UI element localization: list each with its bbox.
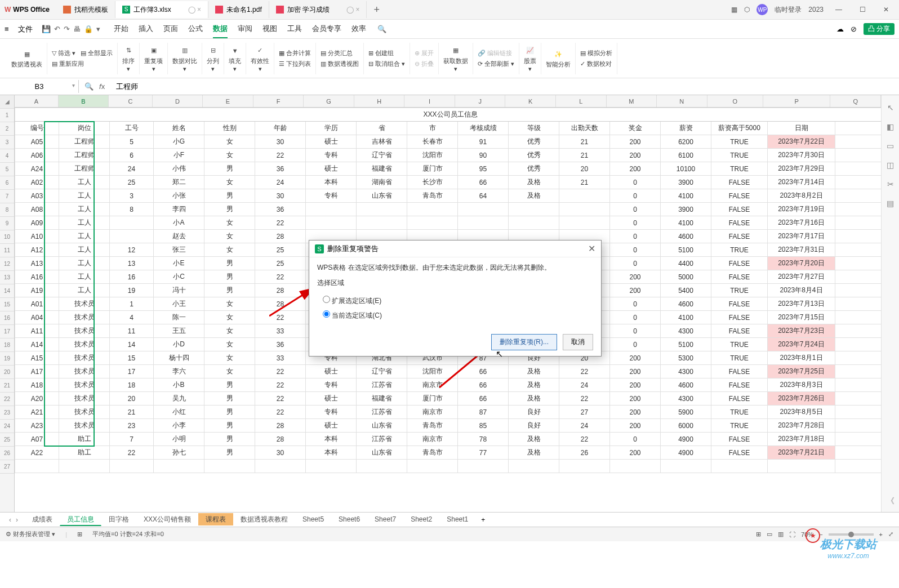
cell[interactable]: TRUE bbox=[711, 284, 768, 297]
cell[interactable]: 及格 bbox=[509, 446, 559, 460]
cell[interactable]: 陈一 bbox=[154, 311, 204, 324]
cell[interactable]: 5300 bbox=[661, 351, 711, 365]
cell[interactable]: 专科 bbox=[306, 189, 357, 203]
view-split-icon[interactable]: ▥ bbox=[778, 531, 784, 538]
dialog-close-button[interactable]: ✕ bbox=[588, 243, 595, 254]
cell[interactable]: 19 bbox=[110, 284, 154, 297]
cell[interactable]: 200 bbox=[610, 284, 661, 297]
col-head-M[interactable]: M bbox=[607, 95, 657, 107]
tools-icon[interactable]: ✂ bbox=[887, 180, 894, 189]
tab-encrypted[interactable]: 加密 学习成绩◯ × bbox=[269, 1, 367, 18]
cell[interactable]: 技术员 bbox=[59, 392, 110, 406]
cell[interactable]: 技术员 bbox=[59, 338, 110, 351]
cell[interactable]: 专科 bbox=[306, 406, 357, 419]
cell[interactable]: 21 bbox=[559, 135, 610, 149]
cell[interactable]: 男 bbox=[204, 419, 255, 433]
cell[interactable]: 厦门市 bbox=[407, 392, 458, 406]
row-head-16[interactable]: 16 bbox=[0, 311, 14, 325]
row-head-22[interactable]: 22 bbox=[0, 393, 14, 406]
cell[interactable]: 优秀 bbox=[509, 162, 559, 176]
cell[interactable]: 福建省 bbox=[357, 392, 407, 406]
cell[interactable]: FALSE bbox=[711, 433, 768, 446]
cell[interactable]: 长春市 bbox=[407, 135, 458, 149]
cell[interactable]: 女 bbox=[204, 243, 255, 257]
ribbon-createg[interactable]: ⊞ 创建组 bbox=[368, 49, 394, 57]
login-text[interactable]: 临时登录 bbox=[775, 5, 802, 15]
cell[interactable]: 4900 bbox=[661, 446, 711, 460]
col-head-E[interactable]: E bbox=[203, 95, 253, 107]
cell[interactable]: 66 bbox=[458, 365, 509, 378]
cell[interactable]: 吉林省 bbox=[357, 135, 407, 149]
cell[interactable]: 6200 bbox=[661, 135, 711, 149]
cell[interactable]: 24 bbox=[559, 419, 610, 433]
cell[interactable]: 200 bbox=[610, 419, 661, 433]
cell[interactable]: 200 bbox=[610, 149, 661, 162]
maximize-button[interactable]: ☐ bbox=[854, 6, 871, 14]
ribbon-smart[interactable]: ✨智能分析 bbox=[541, 43, 576, 74]
cell[interactable]: FALSE bbox=[711, 324, 768, 338]
cell[interactable]: 4900 bbox=[661, 433, 711, 446]
cell[interactable]: 36 bbox=[255, 338, 306, 351]
menu-tab-效率[interactable]: 效率 bbox=[351, 20, 366, 38]
cell[interactable]: A01 bbox=[15, 297, 59, 311]
cell[interactable]: 30 bbox=[255, 135, 306, 149]
cell[interactable]: 小F bbox=[154, 149, 204, 162]
cell[interactable]: A14 bbox=[15, 338, 59, 351]
cell[interactable]: 13 bbox=[110, 257, 154, 270]
cell[interactable]: A08 bbox=[15, 203, 59, 216]
icon-cube[interactable]: ⬡ bbox=[744, 6, 750, 14]
close-button[interactable]: ✕ bbox=[878, 6, 894, 14]
cell[interactable]: TRUE bbox=[711, 351, 768, 365]
cell[interactable]: 20 bbox=[559, 162, 610, 176]
cell[interactable]: A10 bbox=[15, 230, 59, 243]
cell[interactable]: 女 bbox=[204, 338, 255, 351]
sheet-tab-Sheet6[interactable]: Sheet6 bbox=[331, 513, 367, 525]
select-all-corner[interactable]: ◢ bbox=[0, 95, 14, 109]
cell[interactable]: 28 bbox=[255, 433, 306, 446]
cell[interactable]: 江苏省 bbox=[357, 406, 407, 419]
cell[interactable]: 36 bbox=[255, 203, 306, 216]
cell[interactable]: 女 bbox=[204, 176, 255, 189]
cell[interactable]: 2023年7月15日 bbox=[768, 311, 835, 324]
cell[interactable]: 辽宁省 bbox=[357, 149, 407, 162]
cell[interactable]: 小B bbox=[154, 378, 204, 392]
col-head-G[interactable]: G bbox=[304, 95, 354, 107]
row-head-1[interactable]: 1 bbox=[0, 109, 14, 122]
cell[interactable]: A03 bbox=[15, 189, 59, 203]
cell[interactable]: 14 bbox=[110, 338, 154, 351]
cell[interactable]: 本科 bbox=[306, 446, 357, 460]
search-fx-icon[interactable]: 🔍 bbox=[84, 82, 94, 91]
cell[interactable]: 工人 bbox=[59, 203, 110, 216]
cell[interactable]: 技术员 bbox=[59, 365, 110, 378]
cell[interactable]: 小E bbox=[154, 257, 204, 270]
cell[interactable]: 硕士 bbox=[306, 392, 357, 406]
cell[interactable]: 男 bbox=[204, 257, 255, 270]
cell[interactable]: 良好 bbox=[509, 419, 559, 433]
cell[interactable]: TRUE bbox=[711, 406, 768, 419]
cell[interactable]: 2023年7月29日 bbox=[768, 162, 835, 176]
cell[interactable]: A07 bbox=[15, 433, 59, 446]
collapse-panel-icon[interactable]: 《 bbox=[887, 496, 894, 506]
cell[interactable]: 24 bbox=[110, 162, 154, 176]
cell[interactable]: 王五 bbox=[154, 324, 204, 338]
col-head-N[interactable]: N bbox=[657, 95, 707, 107]
avatar[interactable]: WP bbox=[756, 4, 768, 15]
cell[interactable]: 技术员 bbox=[59, 406, 110, 419]
cell[interactable]: 及格 bbox=[509, 392, 559, 406]
cell[interactable]: 22 bbox=[255, 216, 306, 230]
cell[interactable]: 5900 bbox=[661, 406, 711, 419]
cell[interactable]: 8 bbox=[110, 203, 154, 216]
cell[interactable]: 6100 bbox=[661, 149, 711, 162]
cell[interactable]: 22 bbox=[255, 270, 306, 284]
view-page-icon[interactable]: ▭ bbox=[767, 531, 772, 538]
row-head-5[interactable]: 5 bbox=[0, 163, 14, 176]
cell[interactable]: 11 bbox=[110, 324, 154, 338]
cell[interactable]: A18 bbox=[15, 378, 59, 392]
cell[interactable]: 南京市 bbox=[407, 406, 458, 419]
col-head-O[interactable]: O bbox=[707, 95, 763, 107]
cell[interactable]: TRUE bbox=[711, 162, 768, 176]
cell[interactable]: 沈阳市 bbox=[407, 365, 458, 378]
cell[interactable]: A02 bbox=[15, 176, 59, 189]
cell[interactable]: TRUE bbox=[711, 338, 768, 351]
sheet-add-button[interactable]: + bbox=[475, 516, 491, 524]
